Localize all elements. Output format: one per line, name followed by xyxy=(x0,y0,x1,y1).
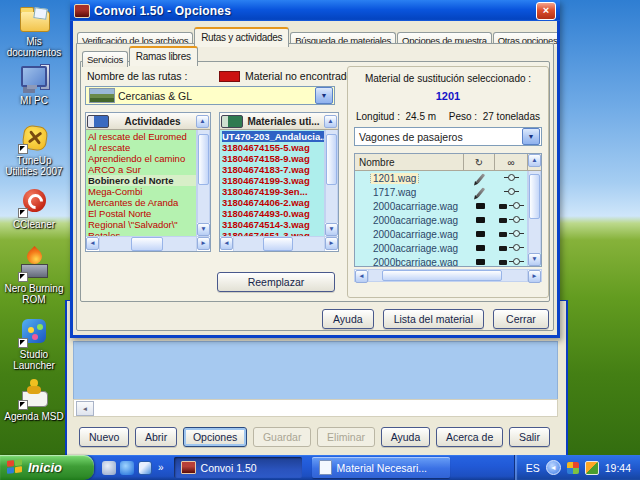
scroll-up-icon[interactable]: ▲ xyxy=(324,115,337,128)
wagon-icon xyxy=(499,204,507,209)
desktop-icon-agenda-msd[interactable]: Agenda MSD xyxy=(2,378,66,422)
taskbar: Inicio » Convoi 1.50 Material Necesari..… xyxy=(0,455,640,480)
desktop-icon-tuneup[interactable]: TuneUp Utilities 2007 xyxy=(2,122,66,177)
quick-launch-icon-3[interactable] xyxy=(138,461,152,475)
table-row[interactable]: 1717.wag xyxy=(355,185,527,199)
train-icon xyxy=(87,115,109,128)
tab-servicios[interactable]: Servicios xyxy=(82,51,128,67)
scroll-right-icon[interactable]: ► xyxy=(325,237,338,250)
scroll-down-icon[interactable]: ▼ xyxy=(528,253,541,266)
tab-rutas-y-actividades[interactable]: Rutas y actividades xyxy=(194,27,289,47)
list-item[interactable]: Al rescate del Euromed xyxy=(88,131,196,142)
weight-text: Peso : 27 toneladas xyxy=(449,111,540,122)
scroll-down-icon[interactable]: ▼ xyxy=(325,223,338,236)
list-item[interactable]: El Postal Norte xyxy=(88,208,196,219)
materials-header: Materiales uti... xyxy=(245,116,322,127)
list-item[interactable]: 31804674514-3.wag xyxy=(222,219,324,230)
activities-listbox: Actividades ▲ Al rescate del Euromed Al … xyxy=(85,112,211,252)
nuevo-button[interactable]: Nuevo xyxy=(79,427,129,447)
quick-launch-more-icon[interactable]: » xyxy=(158,462,164,473)
route-combobox[interactable]: Cercanias & GL ▼ xyxy=(85,86,335,105)
vertical-scrollbar[interactable]: ▼ xyxy=(527,171,541,266)
vertical-scrollbar[interactable]: ▼ xyxy=(324,130,338,236)
desktop-icon-nero[interactable]: Nero Burning ROM xyxy=(2,250,66,305)
list-item[interactable]: 31804674493-0.wag xyxy=(222,208,324,219)
table-row[interactable]: 2000bcarriage.wag xyxy=(355,255,527,266)
horizontal-scrollbar[interactable]: ◄ ► xyxy=(220,236,338,251)
main-window-hscroll[interactable]: ◄ xyxy=(73,399,558,417)
table-row[interactable]: 2000acarriage.wag xyxy=(355,213,527,227)
tab-ramas-libres[interactable]: Ramas libres xyxy=(129,46,198,66)
abrir-button[interactable]: Abrir xyxy=(135,427,177,447)
list-item-selected[interactable]: UT470-203_Andalucia... xyxy=(222,131,324,142)
ayuda-dialog-button[interactable]: Ayuda xyxy=(322,309,374,329)
column-header-nombre[interactable]: Nombre xyxy=(355,154,464,170)
my-documents-icon xyxy=(20,11,50,32)
language-indicator[interactable]: ES xyxy=(526,462,540,474)
scroll-up-icon[interactable]: ▲ xyxy=(196,115,209,128)
internet-explorer-icon[interactable] xyxy=(120,461,134,475)
start-button[interactable]: Inicio xyxy=(0,455,94,480)
reverse-column-icon[interactable]: ↻ xyxy=(464,154,495,170)
dialog-titlebar[interactable]: Convoi 1.50 - Opciones × xyxy=(70,0,560,21)
tray-icon-1[interactable] xyxy=(567,462,579,474)
list-item[interactable]: Al rescate xyxy=(88,142,196,153)
shortcut-arrow-icon xyxy=(18,144,28,154)
horizontal-scrollbar[interactable]: ◄ ► xyxy=(354,269,542,282)
list-item[interactable]: 31804674183-7.wag xyxy=(222,164,324,175)
list-item[interactable]: 31804674199-3.wag xyxy=(222,175,324,186)
scroll-right-icon[interactable]: ► xyxy=(528,270,541,283)
taskbar-task-convoi[interactable]: Convoi 1.50 xyxy=(174,457,302,478)
wagon-icon xyxy=(499,260,507,265)
quick-launch-icon-1[interactable] xyxy=(102,461,116,475)
list-item[interactable]: 31804674199-3en... xyxy=(222,186,324,197)
hide-icons-chevron-icon[interactable]: ◄ xyxy=(546,460,561,475)
reemplazar-button[interactable]: Reemplazar xyxy=(217,272,335,292)
list-item[interactable]: Regional \"Salvador\" xyxy=(88,219,196,230)
acerca-de-button[interactable]: Acerca de xyxy=(436,427,503,447)
cerrar-button[interactable]: Cerrar xyxy=(493,309,549,329)
list-item[interactable]: 31804674155-5.wag xyxy=(222,142,324,153)
desktop-icon-studio-launcher[interactable]: Studio Launcher xyxy=(2,316,66,371)
scroll-left-icon[interactable]: ◄ xyxy=(220,237,233,250)
tray-icon-2[interactable] xyxy=(585,461,599,475)
desktop-icon-ccleaner[interactable]: CCleaner xyxy=(2,186,66,230)
table-row[interactable]: 2000acarriage.wag xyxy=(355,241,527,255)
opciones-button[interactable]: Opciones xyxy=(183,427,247,447)
list-item[interactable]: Mega-Combi xyxy=(88,186,196,197)
category-combobox[interactable]: Vagones de pasajeros ▼ xyxy=(354,127,542,146)
document-icon xyxy=(319,460,332,475)
chevron-down-icon[interactable]: ▼ xyxy=(522,128,540,145)
windows-logo-icon xyxy=(7,459,23,476)
task-label: Material Necesari... xyxy=(337,462,427,474)
taskbar-task-material-necesario[interactable]: Material Necesari... xyxy=(312,457,450,478)
list-item-selected[interactable]: Bobinero del Norte xyxy=(88,175,196,186)
table-row[interactable]: 2000acarriage.wag xyxy=(355,227,527,241)
scroll-left-icon[interactable]: ◄ xyxy=(86,237,99,250)
lista-del-material-button[interactable]: Lista del material xyxy=(383,309,484,329)
scroll-up-icon[interactable]: ▲ xyxy=(528,154,541,167)
scroll-down-icon[interactable]: ▼ xyxy=(197,223,210,236)
close-button[interactable]: × xyxy=(536,2,556,20)
guardar-button: Guardar xyxy=(253,427,312,447)
desktop-icon-mi-pc[interactable]: MI PC xyxy=(2,62,66,106)
desktop-icon-mis-documentos[interactable]: Mis documentos xyxy=(2,3,66,58)
salir-button[interactable]: Salir xyxy=(509,427,550,447)
list-item[interactable]: 31804674406-2.wag xyxy=(222,197,324,208)
desktop-icon-label: MI PC xyxy=(2,95,66,106)
scroll-right-icon[interactable]: ► xyxy=(197,237,210,250)
horizontal-scrollbar[interactable]: ◄ ► xyxy=(86,236,210,251)
chevron-down-icon[interactable]: ▼ xyxy=(315,87,333,104)
table-row[interactable]: 2000acarriage.wag xyxy=(355,199,527,213)
vertical-scrollbar[interactable]: ▼ xyxy=(196,130,210,236)
table-row-selected[interactable]: 1201.wag xyxy=(355,171,527,185)
scroll-left-icon[interactable]: ◄ xyxy=(355,270,368,283)
list-item[interactable]: Mercantes de Aranda xyxy=(88,197,196,208)
list-item[interactable]: Aprendiendo el camino xyxy=(88,153,196,164)
scroll-left-icon[interactable]: ◄ xyxy=(76,401,94,416)
list-item[interactable]: 31804674158-9.wag xyxy=(222,153,324,164)
list-item[interactable]: ARCO a Sur xyxy=(88,164,196,175)
substitution-title: Material de sustitución seleccionado : xyxy=(348,73,548,84)
coupling-column-icon[interactable]: ∞ xyxy=(495,154,528,170)
ayuda-button[interactable]: Ayuda xyxy=(381,427,431,447)
